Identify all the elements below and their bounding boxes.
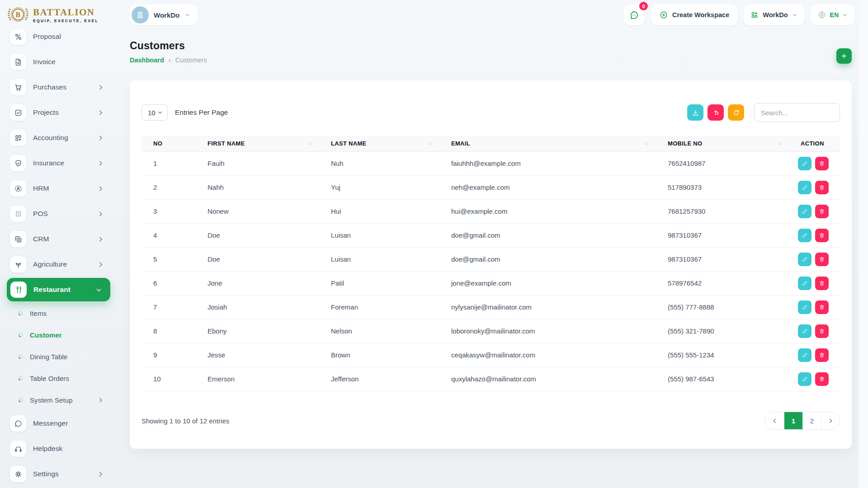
export-button[interactable]: [687, 104, 703, 121]
messages-button[interactable]: 0: [624, 5, 645, 25]
language-selector[interactable]: EN: [811, 5, 854, 25]
edit-button[interactable]: [798, 277, 811, 290]
trash-icon: [819, 352, 825, 358]
app-root: ProposalInvoicePurchasesProjectsAccounti…: [0, 0, 868, 488]
edit-button[interactable]: [798, 181, 811, 194]
edit-button[interactable]: [798, 348, 811, 362]
column-header-email[interactable]: EMAIL↑↓: [439, 136, 656, 151]
edit-button[interactable]: [798, 205, 811, 218]
sidebar-item-insurance[interactable]: Insurance: [0, 150, 118, 176]
cell-mobile-no: 987310367: [656, 247, 789, 271]
edit-button[interactable]: [798, 157, 811, 170]
delete-button[interactable]: [815, 277, 829, 290]
sort-icon[interactable]: ↑↓: [778, 141, 781, 146]
entries-per-page-select[interactable]: 10: [142, 104, 168, 121]
pencil-icon: [802, 160, 808, 167]
sidebar-item-label: Invoice: [33, 58, 56, 66]
sidebar-item-label: Customer: [30, 331, 62, 339]
edit-button[interactable]: [798, 372, 811, 386]
workspace-selector[interactable]: WorkDo: [130, 5, 198, 25]
delete-button[interactable]: [815, 181, 829, 194]
sort-icon[interactable]: ↑↓: [428, 141, 431, 146]
sidebar-item-pos[interactable]: POS: [0, 201, 118, 226]
main-content: Customers Dashboard › Customers 10 Entri…: [118, 30, 868, 488]
column-header-last-name[interactable]: LAST NAME↑↓: [319, 136, 439, 151]
grid-plus-icon: [750, 11, 759, 19]
laurel-emblem-icon: B: [6, 3, 30, 27]
chevron-left-icon: [772, 418, 778, 424]
sort-icon[interactable]: ↑↓: [645, 141, 648, 146]
delete-button[interactable]: [815, 229, 829, 242]
cell-first-name: Jone: [196, 271, 319, 295]
sidebar-item-label: Helpdesk: [33, 445, 62, 453]
cell-last-name: Luisan: [319, 223, 439, 247]
sidebar-item-label: Accounting: [33, 134, 68, 142]
refresh-button[interactable]: [728, 104, 744, 121]
projects-icon: [10, 104, 26, 121]
pagination-page-1[interactable]: 1: [784, 412, 802, 429]
breadcrumb-dashboard-link[interactable]: Dashboard: [130, 56, 164, 64]
edit-button[interactable]: [798, 229, 811, 242]
add-customer-button[interactable]: [836, 48, 852, 64]
restaurant-icon: [10, 282, 27, 298]
reset-button[interactable]: [708, 104, 724, 121]
chevron-down-icon: [185, 12, 190, 18]
sidebar-item-label: HRM: [33, 184, 49, 192]
submenu-bullet-icon: [18, 332, 24, 338]
workdo-menu-label: WorkDo: [763, 11, 788, 19]
sidebar-item-customer[interactable]: Customer: [0, 324, 118, 346]
search-input[interactable]: [754, 103, 840, 122]
delete-button[interactable]: [815, 372, 829, 386]
breadcrumb-current: Customers: [175, 56, 207, 64]
sidebar-item-messenger[interactable]: Messenger: [0, 411, 118, 436]
pagination-next-button[interactable]: [821, 412, 840, 429]
chevron-down-icon: [842, 12, 848, 18]
sidebar-item-projects[interactable]: Projects: [0, 100, 118, 125]
sort-icon[interactable]: ↑↓: [308, 141, 311, 146]
sidebar-item-purchases[interactable]: Purchases: [0, 75, 118, 100]
edit-button[interactable]: [798, 300, 811, 314]
undo-icon: [712, 109, 720, 117]
pencil-icon: [802, 376, 808, 382]
sidebar-item-settings[interactable]: Settings: [0, 461, 118, 487]
sidebar-item-crm[interactable]: CRM: [0, 226, 118, 252]
sidebar-item-hrm[interactable]: HRM: [0, 176, 118, 201]
delete-button[interactable]: [815, 253, 829, 266]
invoice-icon: [10, 54, 26, 70]
workdo-menu-button[interactable]: WorkDo: [744, 5, 804, 25]
brand-logo: B BATTALION EQUIP, EXECUTE, EXEL: [0, 0, 118, 30]
delete-button[interactable]: [815, 300, 829, 314]
pagination: 12: [765, 412, 840, 430]
building-icon: [132, 6, 149, 23]
sidebar-item-table-orders[interactable]: Table Orders: [0, 367, 118, 389]
edit-button[interactable]: [798, 324, 811, 338]
sidebar-item-helpdesk[interactable]: Helpdesk: [0, 436, 118, 461]
delete-button[interactable]: [815, 205, 829, 218]
scrollbar-track[interactable]: [858, 0, 868, 488]
table-row: 2NahhYujneh@example.com517890373: [142, 175, 840, 199]
column-header-first-name[interactable]: FIRST NAME↑↓: [196, 136, 319, 151]
column-header-label: NO: [153, 140, 162, 147]
submenu-bullet-icon: [18, 375, 24, 381]
pagination-page-2[interactable]: 2: [802, 412, 821, 429]
delete-button[interactable]: [815, 324, 829, 338]
sidebar-item-label: Table Orders: [30, 375, 69, 382]
delete-button[interactable]: [815, 157, 829, 170]
sidebar-item-system-setup[interactable]: System Setup: [0, 389, 118, 411]
sidebar-item-agriculture[interactable]: Agriculture: [0, 252, 118, 277]
delete-button[interactable]: [815, 348, 829, 362]
refresh-icon: [732, 109, 740, 117]
pagination-prev-button[interactable]: [765, 412, 784, 429]
cell-email: hui@example.com: [439, 199, 656, 223]
sidebar-item-restaurant[interactable]: Restaurant: [7, 278, 110, 301]
sidebar-item-items[interactable]: Items: [0, 302, 118, 324]
sidebar-item-dining-table[interactable]: Dining Table: [0, 346, 118, 367]
sidebar-item-invoice[interactable]: Invoice: [0, 49, 118, 75]
column-header-mobile-no[interactable]: MOBILE NO↑↓: [656, 136, 789, 151]
edit-button[interactable]: [798, 253, 811, 266]
cell-mobile-no: 7681257930: [656, 199, 789, 223]
pencil-icon: [802, 232, 808, 239]
sidebar-item-accounting[interactable]: Accounting: [0, 125, 118, 150]
create-workspace-button[interactable]: Create Workspace: [651, 5, 737, 25]
language-code: EN: [830, 11, 839, 19]
